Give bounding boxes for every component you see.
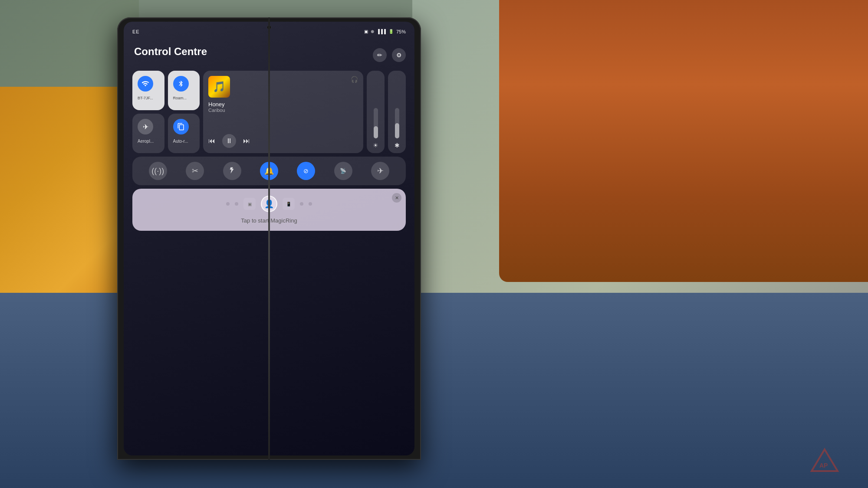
sim-icon: ▣ [364,29,368,34]
bt-fill [395,123,399,138]
mr-dot-2 [235,202,238,206]
wifi-label: BT-7JF... [138,96,153,100]
phone-hinge [268,17,270,460]
cast-toggle[interactable]: 📡 [334,162,352,180]
aeroplane-tile[interactable]: ✈ Aeropl... [132,114,164,153]
mr-dot-3 [300,202,303,206]
prev-button[interactable]: ⏮ [208,137,215,145]
aeroplane-label: Aeropl... [138,139,154,144]
edit-icon: ✏ [377,52,382,59]
torch-icon [229,166,235,176]
mr-icon-phone: 📱 [283,198,295,210]
magic-ring-close-button[interactable]: ✕ [392,193,401,203]
brightness-icon: ☀ [373,142,378,149]
svg-text:AP: AP [819,462,828,469]
torch-toggle[interactable] [223,162,241,180]
carrier-label: EE [132,29,140,34]
hotspot-icon: ((·)) [151,167,164,176]
wifi-status-icon: ⊕ [371,29,374,34]
battery-icon: 🔋 [388,29,394,34]
media-controls: ⏮ ⏸ ⏭ [208,131,358,148]
status-icons: ▣ ⊕ ▐▐▐ 🔋 75% [364,29,406,34]
scissors-icon: ✂ [192,166,198,176]
wifi-icon [138,76,153,92]
phone-device: EE ▣ ⊕ ▐▐▐ 🔋 75% Control Centre ✏ [117,17,421,460]
brightness-track [374,108,378,138]
wood-furniture-right [499,0,868,282]
play-pause-button[interactable]: ⏸ [222,134,236,148]
bluetooth-tile[interactable]: Roam... [168,71,200,110]
close-icon: ✕ [395,195,399,201]
mr-dot-1 [226,202,230,206]
bt-vol-icon: ✱ [395,142,400,149]
brightness-fill [374,126,378,138]
nfc-toggle[interactable]: ⊘ [297,162,315,180]
nfc-icon: ⊘ [303,167,309,174]
artist-name: Caribou [208,108,358,113]
watermark: AP [807,447,842,475]
aeroplane-icon: ✈ [138,119,153,134]
bluetooth-icon [173,76,189,92]
headphone-icon: 🎧 [351,76,358,83]
bt-slider-tile[interactable]: ✱ [388,71,406,153]
battery-label: 75% [396,29,406,34]
song-title: Honey [208,101,358,108]
signal-icon: ▐▐▐ [377,29,386,34]
airplane-toggle[interactable]: ✈ [371,162,389,180]
scissors-toggle[interactable]: ✂ [186,162,204,180]
auto-rotate-label: Auto-r... [173,139,188,144]
settings-button[interactable]: ⚙ [392,48,406,62]
cast-icon: 📡 [340,168,346,174]
mr-dot-4 [309,202,312,206]
media-player-tile[interactable]: 🎧 🎵 Honey Caribou ⏮ ⏸ ⏭ [203,71,363,153]
mr-icon-square: ▣ [243,198,256,210]
album-art: 🎵 [208,76,230,98]
auto-rotate-tile[interactable]: Auto-r... [168,114,200,153]
wifi-tile[interactable]: BT-7JF... [132,71,164,110]
brightness-slider-tile[interactable]: ☀ [367,71,385,153]
edit-button[interactable]: ✏ [373,48,387,62]
airplane-icon: ✈ [377,166,384,176]
hotspot-toggle[interactable]: ((·)) [149,162,167,180]
control-centre-title: Control Centre [132,46,209,58]
bt-track [395,108,399,138]
settings-icon: ⚙ [396,52,402,59]
bluetooth-label: Roam... [173,96,187,100]
next-button[interactable]: ⏭ [243,137,250,145]
auto-rotate-icon [173,119,189,134]
